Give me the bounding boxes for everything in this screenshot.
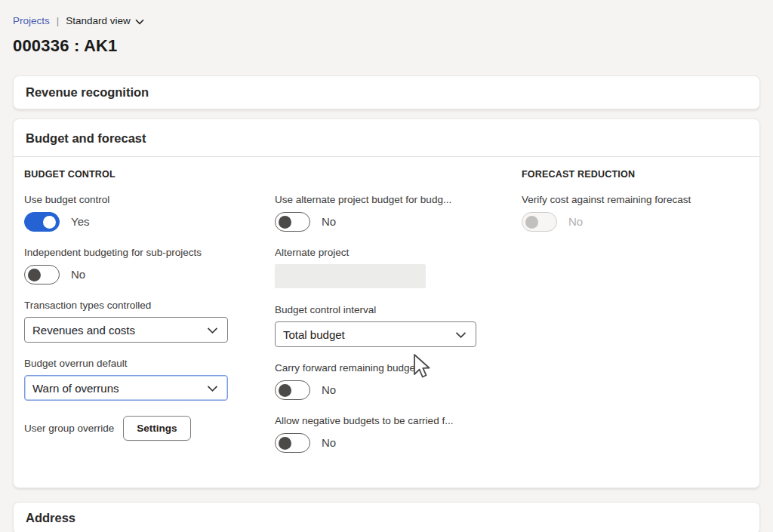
toggle-value: No	[568, 215, 583, 228]
select-value: Total budget	[283, 328, 345, 341]
budget-control-column-2: Use alternate project budget for budg...…	[275, 169, 476, 468]
section-title: Budget and forecast	[26, 131, 747, 146]
field-label: Transaction types controlled	[24, 300, 228, 311]
field-label: Budget overrun default	[24, 358, 228, 369]
budget-control-interval-select[interactable]: Total budget	[275, 321, 476, 347]
field-use-budget-control: Use budget control Yes	[24, 194, 228, 232]
section-header-budget-and-forecast[interactable]: Budget and forecast	[14, 119, 759, 157]
page-title: 000336 : AK1	[13, 36, 759, 56]
toggle-knob	[28, 269, 41, 281]
settings-button[interactable]: Settings	[123, 416, 190, 441]
use-alternate-budget-toggle[interactable]	[275, 212, 310, 232]
carry-forward-toggle[interactable]	[275, 380, 310, 400]
section-address[interactable]: Address	[13, 502, 760, 532]
group-title-budget-control: BUDGET CONTROL	[24, 169, 228, 180]
toggle-value: No	[322, 436, 336, 449]
chevron-down-icon	[135, 19, 144, 25]
field-label: Independent budgeting for sub-projects	[24, 247, 228, 258]
independent-budgeting-toggle[interactable]	[24, 265, 60, 284]
toggle-value: No	[322, 383, 336, 396]
breadcrumb-projects-link[interactable]: Projects	[13, 15, 50, 26]
field-carry-forward: Carry forward remaining budgets No	[275, 362, 476, 400]
field-label: Carry forward remaining budgets	[275, 362, 476, 374]
forecast-reduction-column: FORECAST REDUCTION Verify cost against r…	[522, 169, 747, 468]
page-header: Projects | Standard view 000336 : AK1	[0, 0, 773, 56]
field-allow-negative: Allow negative budgets to be carried f..…	[275, 415, 476, 453]
section-budget-and-forecast: Budget and forecast BUDGET CONTROL Use b…	[13, 118, 760, 488]
field-budget-overrun: Budget overrun default Warn of overruns	[24, 358, 228, 401]
toggle-value: No	[71, 268, 85, 281]
select-value: Warn of overruns	[32, 382, 119, 395]
toggle-knob	[525, 216, 538, 229]
transaction-types-select[interactable]: Revenues and costs	[24, 317, 228, 343]
section-revenue-recognition[interactable]: Revenue recognition	[13, 75, 760, 109]
group-title-forecast-reduction: FORECAST REDUCTION	[522, 169, 747, 180]
field-label: Budget control interval	[275, 304, 476, 315]
section-title: Address	[26, 511, 747, 525]
breadcrumb: Projects | Standard view	[13, 15, 759, 26]
select-value: Revenues and costs	[32, 324, 135, 337]
allow-negative-toggle[interactable]	[275, 433, 310, 453]
field-use-alternate-budget: Use alternate project budget for budg...…	[275, 194, 476, 232]
field-transaction-types: Transaction types controlled Revenues an…	[24, 300, 228, 343]
chevron-down-icon	[207, 327, 218, 334]
toggle-value: Yes	[71, 215, 89, 228]
group-spacer	[275, 169, 476, 194]
field-independent-budgeting: Independent budgeting for sub-projects N…	[24, 247, 228, 284]
view-selector[interactable]: Standard view	[66, 15, 144, 26]
chevron-down-icon	[207, 385, 218, 392]
budget-and-forecast-body: BUDGET CONTROL Use budget control Yes In…	[14, 157, 759, 487]
verify-cost-toggle	[522, 212, 557, 232]
toggle-knob	[279, 384, 291, 397]
toggle-knob	[43, 216, 56, 229]
field-alternate-project: Alternate project	[275, 247, 476, 288]
field-user-group-override: User group override Settings	[24, 416, 228, 441]
field-label: Use budget control	[24, 194, 228, 205]
field-budget-control-interval: Budget control interval Total budget	[275, 304, 476, 347]
field-label: Verify cost against remaining forecast	[522, 194, 747, 205]
field-label: Use alternate project budget for budg...	[275, 194, 476, 205]
budget-control-column-1: BUDGET CONTROL Use budget control Yes In…	[24, 169, 228, 468]
toggle-knob	[279, 437, 291, 450]
section-title: Revenue recognition	[26, 85, 747, 100]
use-budget-control-toggle[interactable]	[24, 212, 60, 232]
chevron-down-icon	[455, 331, 467, 339]
alternate-project-input	[275, 264, 426, 288]
budget-overrun-select[interactable]: Warn of overruns	[24, 375, 228, 401]
breadcrumb-separator: |	[57, 15, 59, 26]
field-verify-cost: Verify cost against remaining forecast N…	[522, 194, 747, 232]
field-label: User group override	[24, 423, 114, 434]
field-label: Alternate project	[275, 247, 476, 258]
toggle-knob	[279, 216, 291, 229]
field-label: Allow negative budgets to be carried f..…	[275, 415, 476, 426]
view-selector-label: Standard view	[66, 15, 131, 26]
toggle-value: No	[322, 215, 336, 228]
